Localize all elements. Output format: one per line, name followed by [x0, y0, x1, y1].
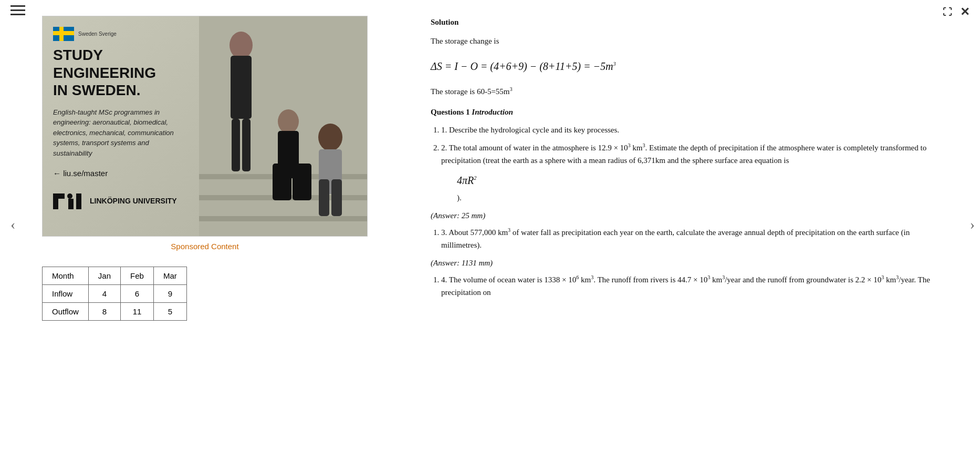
solution-title: Solution	[431, 16, 948, 28]
svg-rect-20	[76, 193, 81, 209]
questions-list-3: 4. The volume of ocean water is 1338 × 1…	[441, 273, 948, 299]
main-formula: ΔS = I − O = (4+6+9) − (8+11+5) = −5m3	[431, 58, 948, 75]
questions-list: 1. Describe the hydrological cycle and i…	[441, 124, 948, 204]
svg-rect-15	[331, 179, 342, 216]
table-cell-outflow-feb: 11	[121, 303, 154, 321]
next-button[interactable]: ›	[970, 216, 975, 233]
liu-university-text: LINKÖPING UNIVERSITY	[90, 196, 177, 206]
table-header-feb: Feb	[121, 267, 154, 285]
svg-rect-7	[242, 119, 251, 171]
svg-point-18	[67, 193, 72, 199]
solution-intro: The storage change is	[431, 35, 948, 47]
table-cell-inflow-feb: 6	[121, 285, 154, 303]
ad-people-image	[199, 16, 367, 237]
table-header-month: Month	[43, 267, 89, 285]
ad-sweden-label: Sweden Sverige	[78, 31, 117, 37]
svg-rect-19	[68, 199, 74, 209]
svg-rect-3	[199, 216, 367, 221]
answer-2: (Answer: 1131 mm)	[431, 257, 948, 269]
data-table: Month Jan Feb Mar Inflow 4 6 9 Outflow 8…	[42, 267, 187, 321]
liu-logo: LINKÖPING UNIVERSITY	[53, 188, 205, 213]
svg-rect-14	[319, 179, 329, 216]
close-paren: ).	[457, 191, 948, 204]
table-cell-inflow-jan: 4	[88, 285, 120, 303]
questions-list-2: 3. About 577,000 km3 of water fall as pr…	[441, 226, 948, 251]
question-item-4: 4. The volume of ocean water is 1338 × 1…	[441, 273, 948, 299]
question-item-3: 3. About 577,000 km3 of water fall as pr…	[441, 226, 948, 251]
table-row-outflow: Outflow 8 11 5	[43, 303, 187, 321]
close-icon[interactable]: ✕	[960, 5, 969, 19]
ad-link[interactable]: ← liu.se/master	[53, 169, 205, 178]
ad-body: English-taught MSc programmes in enginee…	[53, 107, 190, 159]
formula-4piR2: 4πR2	[457, 172, 948, 189]
hamburger-line-3	[11, 14, 25, 15]
right-panel: Solution The storage change is ΔS = I − …	[431, 16, 948, 304]
table-cell-outflow-jan: 8	[88, 303, 120, 321]
hamburger-menu[interactable]	[11, 5, 25, 15]
table-header-mar: Mar	[153, 267, 186, 285]
table-row-inflow: Inflow 4 6 9	[43, 285, 187, 303]
table-cell-outflow-label: Outflow	[43, 303, 89, 321]
table-cell-inflow-label: Inflow	[43, 285, 89, 303]
svg-rect-10	[273, 164, 291, 200]
svg-rect-6	[232, 119, 240, 171]
answer-1: (Answer: 25 mm)	[431, 209, 948, 222]
questions-section-title: Questions 1 Introduction	[431, 106, 948, 118]
sweden-flag-icon	[53, 27, 74, 41]
svg-rect-17	[53, 193, 65, 199]
prev-button[interactable]: ‹	[11, 216, 15, 233]
left-panel: Sweden Sverige STUDY ENGINEERINGIN SWEDE…	[42, 16, 420, 321]
svg-rect-11	[293, 164, 311, 200]
question-item-1: 1. Describe the hydrological cycle and i…	[441, 124, 948, 136]
table-cell-outflow-mar: 5	[153, 303, 186, 321]
table-header-jan: Jan	[88, 267, 120, 285]
table-cell-inflow-mar: 9	[153, 285, 186, 303]
hamburger-line-1	[11, 5, 25, 7]
svg-rect-5	[231, 56, 252, 119]
storage-text: The storage is 60-5=55m3	[431, 85, 948, 98]
hamburger-line-2	[11, 9, 25, 11]
question-item-2: 2. The total amount of water in the atmo…	[441, 141, 948, 204]
svg-point-12	[318, 124, 342, 151]
sponsored-label: Sponsored Content	[42, 242, 368, 251]
liu-icon	[53, 188, 85, 213]
svg-point-4	[230, 32, 253, 59]
ad-flag: Sweden Sverige	[53, 27, 205, 41]
ad-headline: STUDY ENGINEERINGIN SWEDEN.	[53, 46, 205, 99]
table-header-row: Month Jan Feb Mar	[43, 267, 187, 285]
ad-banner[interactable]: Sweden Sverige STUDY ENGINEERINGIN SWEDE…	[42, 16, 368, 237]
svg-point-8	[278, 109, 299, 134]
